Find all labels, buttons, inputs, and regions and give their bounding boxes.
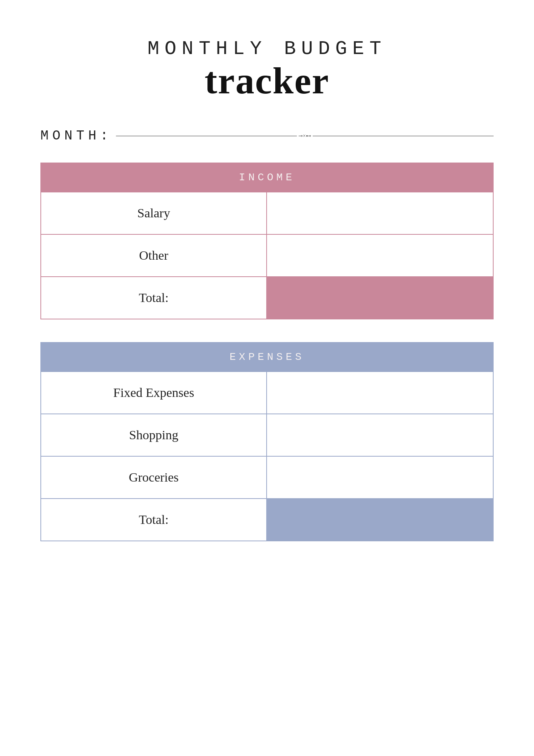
header-line2: tracker [148, 60, 387, 102]
income-other-value[interactable] [267, 235, 493, 276]
page: MONTHLY BUDGET tracker MONTH: ⊸×⊷ INCOME… [0, 0, 534, 756]
income-table: INCOME Salary Other Total: [40, 163, 494, 319]
expenses-total-value[interactable] [267, 499, 493, 541]
expenses-fixed-value[interactable] [267, 372, 493, 414]
income-salary-value[interactable] [267, 192, 493, 234]
expenses-shopping-label: Shopping [41, 414, 267, 456]
month-decoration: ⊸×⊷ [297, 133, 313, 139]
expenses-header: EXPENSES [41, 343, 493, 371]
expenses-table: EXPENSES Fixed Expenses Shopping Groceri… [40, 342, 494, 541]
income-header: INCOME [41, 163, 493, 192]
month-underline: ⊸×⊷ [116, 136, 494, 136]
header-line1: MONTHLY BUDGET [148, 38, 387, 60]
expenses-shopping-row: Shopping [41, 414, 493, 456]
month-section: MONTH: ⊸×⊷ [40, 128, 494, 144]
month-label: MONTH: [40, 128, 112, 144]
income-total-label: Total: [41, 277, 267, 319]
expenses-fixed-row: Fixed Expenses [41, 371, 493, 414]
expenses-groceries-label: Groceries [41, 457, 267, 498]
expenses-groceries-row: Groceries [41, 456, 493, 498]
income-total-value[interactable] [267, 277, 493, 319]
expenses-groceries-value[interactable] [267, 457, 493, 498]
page-header: MONTHLY BUDGET tracker [148, 38, 387, 102]
income-other-label: Other [41, 235, 267, 276]
expenses-total-label: Total: [41, 499, 267, 541]
income-salary-row: Salary [41, 192, 493, 234]
income-total-row: Total: [41, 276, 493, 319]
expenses-fixed-label: Fixed Expenses [41, 372, 267, 414]
income-salary-label: Salary [41, 192, 267, 234]
expenses-total-row: Total: [41, 498, 493, 541]
income-other-row: Other [41, 234, 493, 276]
expenses-shopping-value[interactable] [267, 414, 493, 456]
